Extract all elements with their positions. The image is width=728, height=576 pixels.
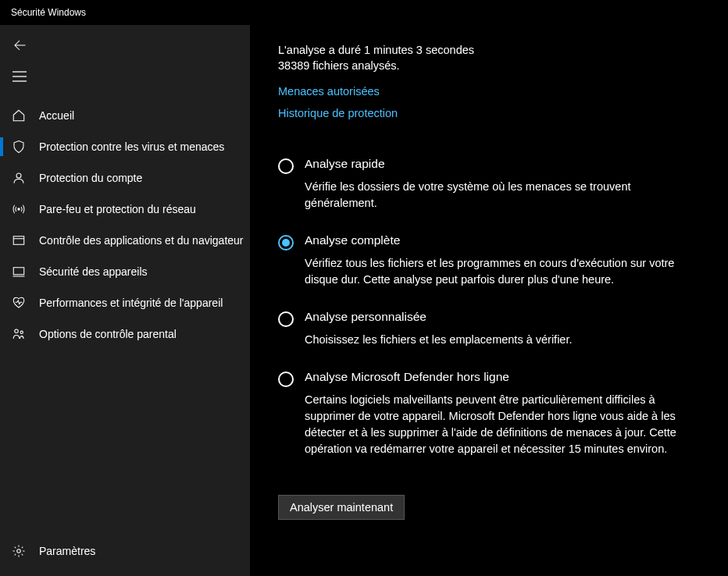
sidebar-item-label: Paramètres (39, 545, 95, 557)
svg-point-11 (17, 549, 21, 553)
sidebar-item-label: Options de contrôle parental (39, 328, 177, 340)
sidebar-item-account-protection[interactable]: Protection du compte (0, 162, 250, 194)
radio-custom-scan[interactable] (278, 311, 294, 327)
person-icon (11, 171, 27, 185)
option-title: Analyse complète (305, 233, 700, 247)
hamburger-button[interactable] (2, 62, 37, 91)
option-offline-scan[interactable]: Analyse Microsoft Defender hors ligne Ce… (278, 370, 700, 457)
family-icon (11, 327, 27, 341)
radio-full-scan[interactable] (278, 235, 294, 251)
option-title: Analyse Microsoft Defender hors ligne (305, 370, 700, 384)
sidebar-item-label: Protection du compte (39, 172, 142, 184)
radio-quick-scan[interactable] (278, 158, 294, 174)
link-allowed-threats[interactable]: Menaces autorisées (278, 85, 700, 98)
option-custom-scan[interactable]: Analyse personnalisée Choisissez les fic… (278, 310, 700, 348)
sidebar-item-label: Sécurité des appareils (39, 265, 148, 278)
sidebar-item-label: Protection contre les virus et menaces (39, 140, 224, 153)
back-button[interactable] (2, 31, 37, 59)
svg-rect-5 (13, 236, 24, 245)
option-desc: Vérifie les dossiers de votre système où… (305, 179, 700, 212)
sidebar-item-performance[interactable]: Performances et intégrité de l'appareil (0, 287, 250, 318)
sidebar-item-virus-protection[interactable]: Protection contre les virus et menaces (0, 131, 250, 162)
svg-point-9 (15, 329, 19, 333)
main-content: L'analyse a duré 1 minutes 3 secondes 38… (250, 25, 728, 576)
option-desc: Choisissez les fichiers et les emplaceme… (305, 332, 700, 348)
window-title: Sécurité Windows (11, 7, 86, 18)
scan-duration-text: L'analyse a duré 1 minutes 3 secondes (278, 42, 700, 58)
heart-icon (11, 296, 27, 310)
scan-now-button[interactable]: Analyser maintenant (278, 495, 405, 520)
option-desc: Vérifiez tous les fichiers et les progra… (305, 255, 700, 288)
window-titlebar: Sécurité Windows (0, 0, 728, 25)
back-arrow-icon (12, 38, 27, 52)
sidebar-item-family[interactable]: Options de contrôle parental (0, 318, 250, 350)
sidebar-item-label: Contrôle des applications et du navigate… (39, 234, 244, 247)
svg-rect-7 (13, 268, 24, 275)
antenna-icon (11, 202, 27, 216)
option-quick-scan[interactable]: Analyse rapide Vérifie les dossiers de v… (278, 157, 700, 212)
sidebar-item-home[interactable]: Accueil (0, 100, 250, 131)
svg-point-10 (20, 331, 23, 333)
sidebar-item-device-security[interactable]: Sécurité des appareils (0, 256, 250, 287)
home-icon (11, 108, 27, 123)
option-full-scan[interactable]: Analyse complète Vérifiez tous les fichi… (278, 233, 700, 288)
svg-point-4 (18, 208, 20, 210)
sidebar: Accueil Protection contre les virus et m… (0, 25, 250, 576)
option-title: Analyse rapide (305, 157, 700, 171)
device-icon (11, 265, 27, 279)
sidebar-item-app-control[interactable]: Contrôle des applications et du navigate… (0, 225, 250, 256)
sidebar-item-label: Accueil (39, 109, 74, 122)
sidebar-nav: Accueil Protection contre les virus et m… (0, 100, 250, 535)
hamburger-icon (12, 71, 27, 82)
option-title: Analyse personnalisée (305, 310, 700, 324)
shield-icon (11, 140, 27, 154)
files-scanned-text: 38389 fichiers analysés. (278, 58, 700, 73)
scan-options: Analyse rapide Vérifie les dossiers de v… (278, 157, 700, 457)
app-window-icon (11, 233, 27, 247)
link-protection-history[interactable]: Historique de protection (278, 107, 700, 119)
sidebar-item-label: Performances et intégrité de l'appareil (39, 297, 223, 309)
sidebar-item-label: Pare-feu et protection du réseau (39, 203, 196, 215)
sidebar-item-firewall[interactable]: Pare-feu et protection du réseau (0, 194, 250, 225)
svg-point-3 (16, 173, 21, 178)
option-desc: Certains logiciels malveillants peuvent … (305, 392, 700, 457)
gear-icon (11, 544, 27, 558)
sidebar-item-settings[interactable]: Paramètres (0, 535, 250, 567)
radio-offline-scan[interactable] (278, 372, 294, 387)
